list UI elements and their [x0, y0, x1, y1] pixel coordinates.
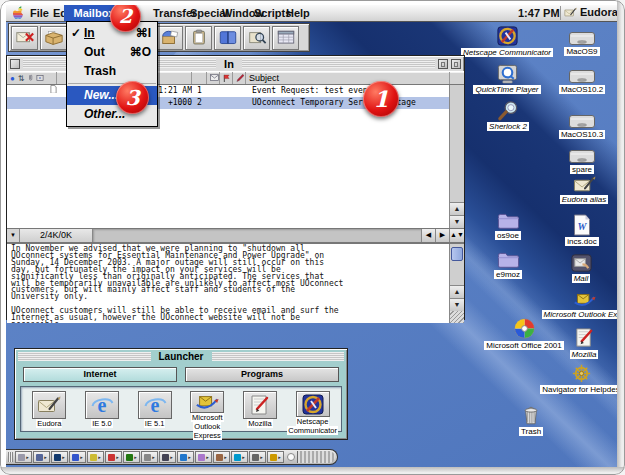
- display-module[interactable]: ▸: [15, 451, 32, 463]
- control-strip-grip[interactable]: [8, 452, 13, 462]
- menu-help[interactable]: Help: [286, 7, 310, 19]
- header-size-column[interactable]: [192, 72, 207, 84]
- desktop-icon-label: Sherlock 2: [487, 122, 529, 131]
- header-pen-column[interactable]: [233, 72, 246, 84]
- desktop-icon-macos10-3[interactable]: MacOS10.3: [554, 113, 610, 139]
- menu-item-in[interactable]: ✓In⌘I: [67, 24, 157, 43]
- scroll-up-icon[interactable]: ▲: [450, 202, 464, 215]
- volume-icon: [216, 454, 223, 461]
- check-mail-button[interactable]: [156, 26, 183, 50]
- resize-handle[interactable]: [450, 311, 464, 323]
- desktop-icon-os9oe[interactable]: os9oe: [480, 212, 536, 240]
- desktop-icon-netscape-communicator[interactable]: Netscape Communicator: [479, 24, 535, 57]
- launcher-item[interactable]: eIE 5.1: [129, 391, 181, 429]
- desktop-icon-quicktime-player[interactable]: QuickTime Player: [479, 63, 535, 94]
- attachment-icon[interactable]: [28, 74, 33, 82]
- menu-item-trash[interactable]: Trash: [67, 62, 157, 81]
- launcher-item[interactable]: Microsoft Outlook Express: [181, 391, 233, 429]
- launcher-titlebar[interactable]: Launcher: [15, 349, 347, 364]
- scroll-down-icon[interactable]: ▼: [450, 298, 464, 311]
- launcher-item[interactable]: eIE 5.0: [76, 391, 128, 429]
- launcher-item-label: IE 5.1: [144, 420, 166, 429]
- sound-input-module[interactable]: ▸: [231, 451, 248, 463]
- desktop-icon-sherlock-2[interactable]: Sherlock 2: [480, 100, 536, 131]
- desktop-icon-macos9[interactable]: MacOS9: [554, 30, 610, 56]
- file-sharing-module[interactable]: ▸: [69, 451, 86, 463]
- launcher-button[interactable]: e: [138, 391, 172, 419]
- menu-item-out[interactable]: Out⌘O: [67, 43, 157, 62]
- scroll-thumb[interactable]: [451, 247, 463, 261]
- header-date-column[interactable]: [154, 72, 192, 84]
- control-strip-dot: [287, 453, 295, 461]
- desktop-icon-incs-doc[interactable]: Wincs.doc: [554, 214, 610, 246]
- clock-module[interactable]: ▸: [33, 451, 50, 463]
- application-menu[interactable]: Eudora: [564, 6, 618, 18]
- header-flag-columns[interactable]: ●⇅: [7, 72, 57, 84]
- launcher-button[interactable]: e: [85, 391, 119, 419]
- launcher-tab-programs[interactable]: Programs: [185, 367, 339, 382]
- quicktime-module[interactable]: ▸: [177, 451, 194, 463]
- paste-button[interactable]: [185, 26, 212, 50]
- launcher-button[interactable]: [32, 391, 66, 419]
- address-book-button[interactable]: [214, 26, 241, 50]
- launcher-item[interactable]: Netscape Communicator: [287, 391, 339, 429]
- desktop-icon-microsoft-outlook-expr[interactable]: Microsoft Outlook Expr: [556, 290, 612, 319]
- desktop-icon-mail[interactable]: Mail: [553, 252, 609, 283]
- zoom-box[interactable]: [438, 59, 448, 69]
- printer-selector-module[interactable]: ▸: [159, 451, 176, 463]
- apple-menu-icon[interactable]: [13, 6, 25, 20]
- hscrollbar-track[interactable]: [93, 229, 421, 242]
- scroll-left-icon[interactable]: ◀: [421, 229, 435, 242]
- control-strip-handle[interactable]: [297, 451, 335, 463]
- volume-module[interactable]: ▸: [213, 451, 230, 463]
- menu-file[interactable]: File: [30, 7, 49, 19]
- desktop-icon-microsoft-office-2001[interactable]: Microsoft Office 2001: [496, 317, 552, 350]
- menu-bar-clock[interactable]: 1:47 PM: [518, 7, 560, 19]
- preview-vscrollbar[interactable]: ▲ ▼: [449, 244, 464, 323]
- resolution-module[interactable]: ▸: [141, 451, 158, 463]
- find-button[interactable]: [243, 26, 270, 50]
- header-mailbox-column[interactable]: [207, 72, 220, 84]
- desktop-icon-navigator-for-helpdes[interactable]: Navigator for Helpdes: [553, 361, 609, 394]
- desktop-icon-mozilla[interactable]: Mozilla: [556, 326, 612, 359]
- priority-icon[interactable]: ⇅: [18, 78, 25, 79]
- status-icon[interactable]: ●: [10, 78, 15, 79]
- app-switcher-module[interactable]: ▸: [195, 451, 212, 463]
- close-box[interactable]: [10, 59, 20, 69]
- launcher-button[interactable]: [296, 391, 330, 417]
- directory-services-button[interactable]: [272, 26, 299, 50]
- pane-splitter-icon[interactable]: ▲▼: [449, 229, 464, 242]
- energy-saver-module[interactable]: ▸: [51, 451, 68, 463]
- control-strip[interactable]: ▸▸▸▸▸▸▸▸▸▸▸▸▸▸▸: [6, 449, 338, 465]
- mailbox-size-status[interactable]: 2/4K/0K: [20, 229, 93, 242]
- desktop-icon-trash[interactable]: Trash: [503, 404, 559, 436]
- launcher-button[interactable]: [243, 391, 277, 419]
- scroll-down-icon[interactable]: ▼: [450, 215, 464, 228]
- scroll-right-icon[interactable]: ▶: [435, 229, 449, 242]
- launcher-tab-internet[interactable]: Internet: [23, 367, 177, 382]
- desktop-printer-module[interactable]: ▸: [105, 451, 122, 463]
- keychain-module[interactable]: ▸: [87, 451, 104, 463]
- collapse-box[interactable]: [451, 59, 461, 69]
- desktop-icon-e9moz[interactable]: e9moz: [480, 251, 536, 279]
- drive-icon: [569, 68, 595, 84]
- delete-message-button[interactable]: [11, 26, 38, 50]
- scroll-up-icon[interactable]: ▲: [450, 285, 464, 298]
- desktop-icon-spare[interactable]: spare: [554, 148, 610, 174]
- header-server-column[interactable]: [220, 72, 233, 84]
- desktop-icon-eudora-alias[interactable]: Eudora alias: [556, 175, 612, 204]
- media-module[interactable]: ▸: [249, 451, 266, 463]
- preview-toggle-icon[interactable]: ▼: [7, 229, 20, 242]
- battery-module[interactable]: ▸: [267, 451, 284, 463]
- color-depth-module[interactable]: ▸: [123, 451, 140, 463]
- launcher-button[interactable]: [190, 391, 224, 413]
- list-vscrollbar[interactable]: ▲ ▼: [449, 85, 464, 228]
- desktop-icon-label: Netscape Communicator: [461, 48, 553, 57]
- popup-arrow-icon: ▸: [44, 454, 47, 460]
- launcher-item[interactable]: Eudora: [23, 391, 75, 429]
- header-subject-column[interactable]: Subject: [246, 72, 450, 84]
- launcher-item[interactable]: Mozilla: [234, 391, 286, 429]
- desktop-icon-macos10-2[interactable]: MacOS10.2: [554, 68, 610, 94]
- in-mailbox-button[interactable]: [40, 26, 67, 50]
- label-icon[interactable]: [36, 74, 44, 82]
